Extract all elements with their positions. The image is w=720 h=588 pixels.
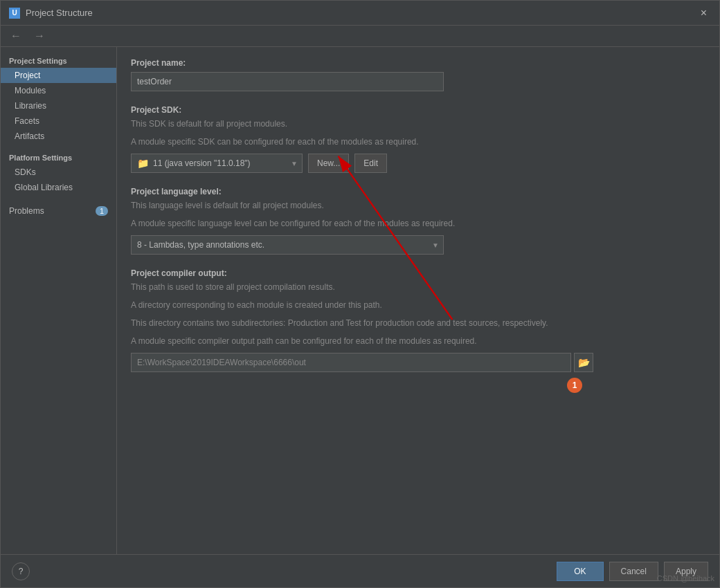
sdk-select[interactable]: 📁 11 (java version "11.0.18") ▼ [131, 154, 303, 173]
sdk-desc1: This SDK is default for all project modu… [131, 118, 705, 130]
compiler-section: Project compiler output: This path is us… [131, 268, 705, 372]
title-bar-left: U Project Structure [9, 8, 93, 19]
sdk-value: 11 (java version "11.0.18") [153, 158, 251, 168]
content-area: Project Settings Project Modules Librari… [1, 47, 719, 554]
sidebar-item-global-libraries[interactable]: Global Libraries [1, 180, 116, 195]
sidebar-item-sdks[interactable]: SDKs [1, 165, 116, 180]
compiler-desc3: This directory contains two subdirectori… [131, 317, 705, 329]
lang-desc2: A module specific language level can be … [131, 217, 705, 230]
lang-section: Project language level: This language le… [131, 187, 705, 255]
dialog-title: Project Structure [26, 8, 93, 18]
watermark: CSDN @beiback [657, 574, 714, 582]
problems-label: Problems [9, 206, 44, 216]
compiler-output-row: 📂 [131, 353, 705, 372]
sdk-title: Project SDK: [131, 105, 705, 115]
bottom-bar: ? OK Cancel Apply [1, 554, 719, 587]
help-button[interactable]: ? [12, 562, 30, 580]
compiler-desc1: This path is used to store all project c… [131, 281, 705, 293]
forward-button[interactable]: → [30, 28, 49, 44]
compiler-output-input[interactable] [131, 353, 571, 372]
compiler-desc4: A module specific compiler output path c… [131, 335, 705, 347]
sdk-edit-button[interactable]: Edit [354, 154, 387, 173]
sidebar-item-artifacts[interactable]: Artifacts [1, 129, 116, 144]
title-bar: U Project Structure × [1, 1, 719, 26]
sidebar-item-modules[interactable]: Modules [1, 83, 116, 98]
main-panel-wrapper: Project name: Project SDK: This SDK is d… [117, 47, 719, 554]
project-settings-section-title: Project Settings [1, 53, 116, 68]
nav-bar: ← → [1, 26, 719, 47]
project-name-input[interactable] [131, 72, 444, 91]
sidebar-item-problems[interactable]: Problems 1 [1, 203, 116, 219]
lang-desc1: This language level is default for all p… [131, 199, 705, 212]
sdk-section: Project SDK: This SDK is default for all… [131, 105, 705, 173]
lang-value: 8 - Lambdas, type annotations etc. [137, 240, 264, 250]
annotation-badge: 1 [567, 378, 582, 393]
compiler-title: Project compiler output: [131, 268, 705, 278]
project-name-label: Project name: [131, 58, 705, 68]
lang-chevron-icon: ▼ [432, 241, 439, 249]
app-icon: U [9, 8, 20, 19]
project-name-section: Project name: [131, 58, 705, 91]
folder-icon: 📂 [578, 357, 590, 368]
lang-title: Project language level: [131, 187, 705, 196]
sidebar-item-libraries[interactable]: Libraries [1, 98, 116, 113]
main-panel: Project name: Project SDK: This SDK is d… [117, 47, 719, 397]
sdk-desc2: A module specific SDK can be configured … [131, 136, 705, 148]
lang-level-select[interactable]: 8 - Lambdas, type annotations etc. ▼ [131, 235, 444, 255]
compiler-folder-button[interactable]: 📂 [574, 353, 593, 372]
sidebar-item-project[interactable]: Project [1, 68, 116, 83]
problems-badge: 1 [96, 206, 108, 216]
sdk-folder-icon: 📁 [137, 158, 149, 169]
sidebar-item-facets[interactable]: Facets [1, 113, 116, 129]
cancel-button[interactable]: Cancel [609, 562, 658, 581]
project-structure-dialog: U Project Structure × ← → Project Settin… [0, 0, 720, 588]
close-button[interactable]: × [696, 6, 711, 20]
sdk-chevron-icon: ▼ [291, 160, 298, 167]
bottom-left: ? [12, 562, 30, 580]
ok-button[interactable]: OK [557, 562, 603, 581]
sdk-new-button[interactable]: New... [308, 154, 349, 173]
platform-settings-section-title: Platform Settings [1, 149, 116, 165]
back-button[interactable]: ← [6, 28, 26, 44]
sdk-row: 📁 11 (java version "11.0.18") ▼ New... E… [131, 154, 705, 173]
compiler-desc2: A directory corresponding to each module… [131, 299, 705, 311]
sidebar: Project Settings Project Modules Librari… [1, 47, 117, 554]
